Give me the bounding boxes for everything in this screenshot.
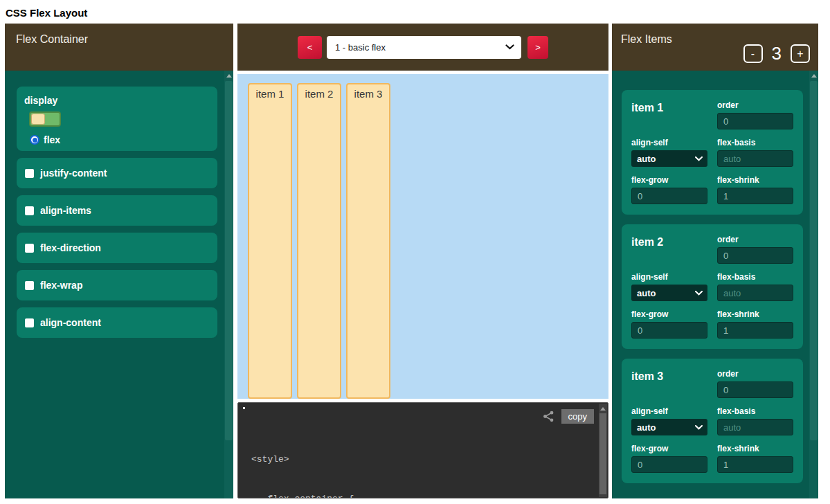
align-self-label: align-self	[631, 138, 707, 147]
flex-items-body: item 1 order align-self auto flex-grow	[612, 71, 818, 498]
item-3-card: item 3 order align-self auto flex-grow	[622, 359, 803, 483]
justify-content-checkbox[interactable]	[25, 169, 34, 178]
item-count-stepper: - 3 +	[743, 43, 810, 64]
item-count: 3	[772, 43, 782, 64]
item-2-title: item 2	[631, 235, 707, 264]
align-self-value: auto	[637, 154, 656, 164]
copy-button[interactable]: copy	[561, 409, 594, 424]
flex-preview-container: item 1 item 2 item 3	[237, 74, 608, 399]
item-2-align-self-select[interactable]: auto	[631, 285, 707, 301]
flex-grow-label: flex-grow	[631, 444, 707, 453]
share-icon[interactable]	[543, 411, 554, 422]
scroll-up-icon[interactable]	[599, 404, 607, 413]
item-1-flex-basis-input[interactable]	[717, 150, 793, 167]
chevron-down-icon	[695, 425, 703, 430]
display-toggle[interactable]	[29, 111, 61, 127]
item-2-flex-basis-input[interactable]	[717, 285, 793, 301]
flex-basis-label: flex-basis	[717, 272, 793, 282]
item-1-flex-shrink-input[interactable]	[717, 188, 793, 204]
align-content-label: align-content	[40, 317, 101, 328]
item-3-flex-basis-input[interactable]	[717, 419, 793, 435]
item-3-flex-shrink-input[interactable]	[717, 456, 793, 473]
display-label: display	[24, 95, 217, 106]
flex-shrink-label: flex-shrink	[717, 309, 793, 319]
item-3-align-self-select[interactable]: auto	[631, 419, 707, 435]
left-scrollbar-thumb[interactable]	[225, 81, 233, 440]
flex-direction-checkbox[interactable]	[25, 244, 34, 253]
flex-direction-label: flex-direction	[40, 242, 101, 253]
right-scrollbar-thumb[interactable]	[810, 81, 818, 440]
item-2-flex-shrink-input[interactable]	[717, 322, 793, 339]
align-items-label: align-items	[40, 205, 91, 216]
flex-shrink-label: flex-shrink	[717, 444, 793, 453]
flex-radio[interactable]	[30, 135, 39, 145]
flex-grow-label: flex-grow	[631, 309, 707, 319]
preview-item-3: item 3	[346, 83, 390, 399]
display-card: display flex	[17, 87, 217, 151]
flex-container-header: Flex Container	[5, 24, 233, 71]
item-3-title: item 3	[631, 369, 707, 398]
main-layout: Flex Container display flex justify-cont…	[5, 24, 830, 498]
flex-radio-label: flex	[44, 134, 60, 145]
chevron-down-icon	[695, 291, 703, 296]
add-item-button[interactable]: +	[791, 44, 810, 63]
item-1-order-input[interactable]	[717, 113, 793, 129]
page-title: CSS Flex Layout	[0, 0, 830, 24]
align-self-label: align-self	[631, 406, 707, 416]
flex-wrap-checkbox[interactable]	[25, 281, 34, 290]
next-example-button[interactable]: >	[527, 36, 548, 59]
item-3-order-input[interactable]	[717, 381, 793, 398]
example-select-value: 1 - basic flex	[335, 42, 386, 53]
scroll-up-icon[interactable]	[809, 71, 818, 81]
scroll-up-icon[interactable]	[224, 71, 233, 81]
item-3-flex-grow-input[interactable]	[631, 456, 707, 473]
chevron-down-icon	[695, 156, 703, 161]
align-self-value: auto	[637, 422, 656, 433]
item-1-card: item 1 order align-self auto flex-grow	[622, 90, 803, 215]
prop-card-justify-content: justify-content	[17, 158, 217, 188]
prop-card-flex-direction: flex-direction	[17, 233, 217, 263]
flex-basis-label: flex-basis	[717, 138, 793, 147]
order-label: order	[717, 235, 793, 244]
prop-card-flex-wrap: flex-wrap	[17, 270, 217, 300]
example-nav-header: < 1 - basic flex >	[237, 24, 608, 71]
flex-grow-label: flex-grow	[631, 175, 707, 185]
item-2-flex-grow-input[interactable]	[631, 322, 707, 339]
align-self-value: auto	[637, 288, 656, 298]
align-items-checkbox[interactable]	[25, 206, 34, 215]
preview-panel: < 1 - basic flex > item 1 item 2 item 3	[237, 24, 608, 498]
item-1-title: item 1	[631, 100, 707, 129]
flex-container-body: display flex justify-content align-item	[5, 71, 233, 498]
align-self-label: align-self	[631, 272, 707, 282]
code-caret	[243, 407, 245, 409]
order-label: order	[717, 369, 793, 379]
flex-shrink-label: flex-shrink	[717, 175, 793, 185]
prev-example-button[interactable]: <	[298, 36, 322, 59]
prop-card-align-content: align-content	[17, 307, 217, 338]
display-toggle-knob	[31, 114, 45, 125]
flex-basis-label: flex-basis	[717, 406, 793, 416]
code-line: <style>	[251, 453, 608, 466]
remove-item-button[interactable]: -	[743, 44, 763, 63]
align-content-checkbox[interactable]	[25, 318, 34, 327]
flex-container-title: Flex Container	[5, 24, 233, 46]
item-2-order-input[interactable]	[717, 247, 793, 264]
left-panel-scrollbar[interactable]	[224, 71, 233, 498]
flex-items-panel: Flex Items - 3 + item 1 order align-self	[612, 24, 818, 498]
flex-wrap-label: flex-wrap	[40, 280, 82, 291]
preview-item-1: item 1	[248, 83, 292, 399]
item-1-flex-grow-input[interactable]	[631, 188, 707, 204]
flex-container-panel: Flex Container display flex justify-cont…	[5, 24, 233, 498]
code-scrollbar-thumb[interactable]	[599, 413, 606, 494]
item-1-align-self-select[interactable]: auto	[631, 150, 707, 167]
right-panel-scrollbar[interactable]	[809, 71, 818, 498]
item-2-card: item 2 order align-self auto flex-grow	[622, 224, 803, 349]
order-label: order	[717, 100, 793, 110]
code-scrollbar[interactable]	[599, 404, 607, 497]
code-line: .flex-container {	[251, 492, 608, 498]
prop-card-align-items: align-items	[17, 195, 217, 226]
chevron-down-icon	[505, 44, 514, 50]
justify-content-label: justify-content	[40, 168, 107, 179]
example-select[interactable]: 1 - basic flex	[327, 36, 521, 59]
code-panel: copy <style> .flex-container { display: …	[237, 402, 608, 498]
